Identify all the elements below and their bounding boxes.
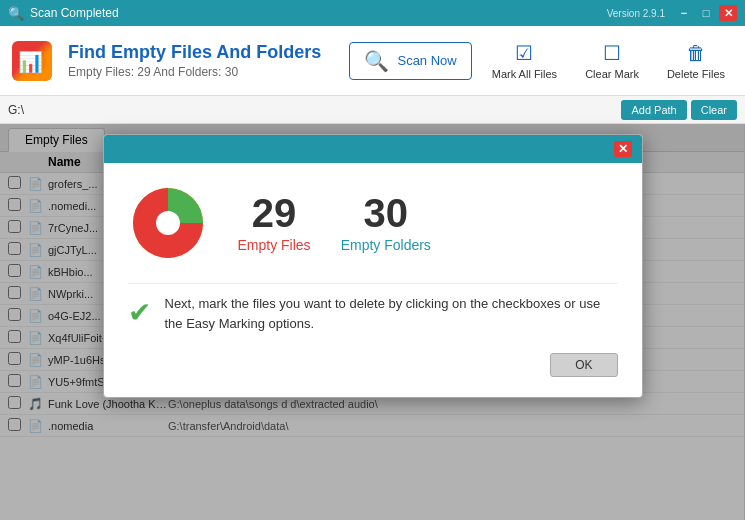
check-icon: ✔: [128, 296, 151, 329]
close-button[interactable]: ✕: [719, 5, 737, 21]
clear-path-button[interactable]: Clear: [691, 100, 737, 120]
current-path: G:\: [8, 103, 24, 117]
pie-chart: [128, 183, 208, 263]
app-subtitle: Empty Files: 29 And Folders: 30: [68, 65, 333, 79]
empty-files-stat: 29 Empty Files: [238, 193, 311, 253]
modal-message-text: Next, mark the files you want to delete …: [165, 294, 618, 333]
scan-result-modal: ✕ 29: [103, 134, 643, 398]
app-icon: 📊: [12, 41, 52, 81]
files-count: 29: [238, 193, 311, 233]
maximize-button[interactable]: □: [697, 5, 715, 21]
modal-overlay: ✕ 29: [0, 124, 745, 520]
scan-icon: 🔍: [364, 49, 389, 73]
toolbar-actions: 🔍 Scan Now ☑ Mark All Files ☐ Clear Mark…: [349, 37, 733, 84]
svg-text:📊: 📊: [18, 50, 43, 74]
modal-close-button[interactable]: ✕: [614, 141, 632, 157]
header: 📊 Find Empty Files And Folders Empty Fil…: [0, 26, 745, 96]
app-title: Find Empty Files And Folders: [68, 42, 333, 63]
folders-label: Empty Folders: [341, 237, 431, 253]
main-content: Empty Files Name 📄 grofers_... 📄 .nomedi…: [0, 124, 745, 520]
modal-footer: OK: [128, 343, 618, 377]
modal-message-area: ✔ Next, mark the files you want to delet…: [128, 283, 618, 343]
clear-mark-button[interactable]: ☐ Clear Mark: [577, 37, 647, 84]
window-title: Scan Completed: [30, 6, 119, 20]
folders-count: 30: [341, 193, 431, 233]
version-label: Version 2.9.1: [607, 8, 665, 19]
minimize-button[interactable]: −: [675, 5, 693, 21]
mark-all-icon: ☑: [515, 41, 533, 65]
add-path-button[interactable]: Add Path: [621, 100, 686, 120]
app-title-area: Find Empty Files And Folders Empty Files…: [68, 42, 333, 79]
title-bar-left: 🔍 Scan Completed: [8, 6, 119, 21]
modal-stats: 29 Empty Files 30 Empty Folders: [128, 183, 618, 263]
modal-body: 29 Empty Files 30 Empty Folders ✔ Next, …: [104, 163, 642, 397]
clear-mark-icon: ☐: [603, 41, 621, 65]
delete-files-button[interactable]: 🗑 Delete Files: [659, 38, 733, 84]
path-bar: G:\ Add Path Clear: [0, 96, 745, 124]
files-label: Empty Files: [238, 237, 311, 253]
mark-all-files-button[interactable]: ☑ Mark All Files: [484, 37, 565, 84]
path-actions: Add Path Clear: [621, 100, 737, 120]
delete-icon: 🗑: [686, 42, 706, 65]
title-bar: 🔍 Scan Completed Version 2.9.1 − □ ✕: [0, 0, 745, 26]
empty-folders-stat: 30 Empty Folders: [341, 193, 431, 253]
svg-point-3: [156, 211, 180, 235]
modal-header: ✕: [104, 135, 642, 163]
ok-button[interactable]: OK: [550, 353, 617, 377]
title-bar-right: Version 2.9.1 − □ ✕: [607, 5, 737, 21]
scan-now-button[interactable]: 🔍 Scan Now: [349, 42, 471, 80]
app-small-icon: 🔍: [8, 6, 24, 21]
